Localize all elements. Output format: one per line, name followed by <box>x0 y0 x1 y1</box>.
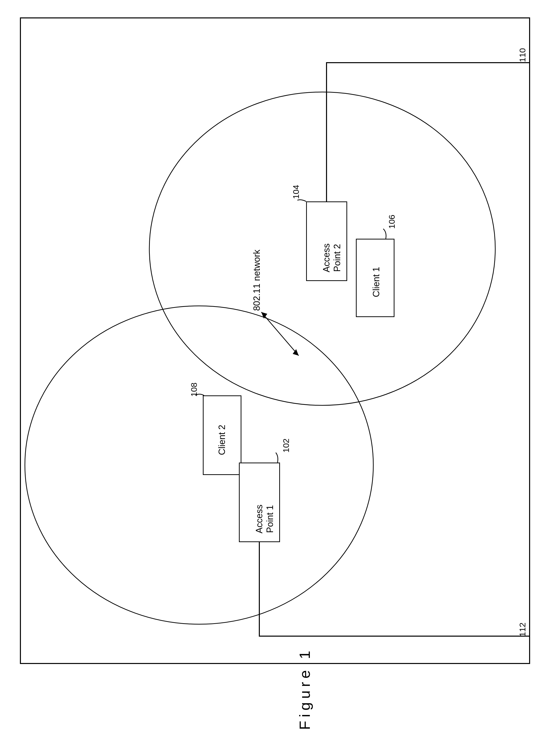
network-label: 802.11 network <box>251 250 262 311</box>
ref-102: 102 <box>281 439 291 453</box>
access-point-1-label: Access Point 1 <box>254 504 275 534</box>
wire-ap1-horizontal <box>259 636 530 637</box>
client-2-label: Client 2 <box>217 425 227 455</box>
ref-112: 112 <box>518 623 527 637</box>
page: Access Point 2 104 Client 1 106 Client 2… <box>0 0 553 756</box>
ref-110: 110 <box>518 48 527 62</box>
ref-108: 108 <box>189 382 199 397</box>
access-point-2-label: Access Point 2 <box>321 244 342 272</box>
figure-label: Figure 1 <box>296 647 313 730</box>
ref-104: 104 <box>291 185 301 199</box>
wire-ap2-vertical <box>326 62 327 201</box>
wire-ap1-vertical <box>259 542 260 637</box>
ref-106: 106 <box>387 215 397 229</box>
wire-ap2-horizontal <box>326 62 530 63</box>
outer-frame <box>20 17 530 664</box>
client-1-label: Client 1 <box>371 267 382 297</box>
